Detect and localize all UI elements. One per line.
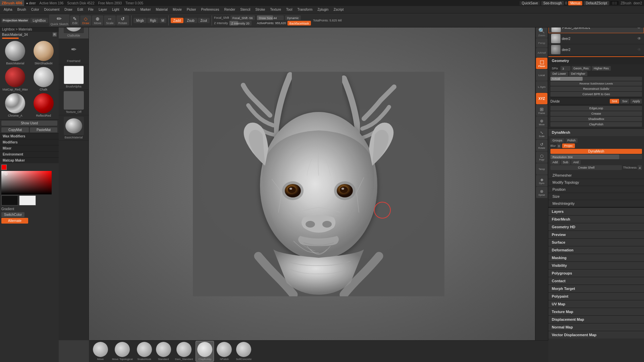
menu-movie[interactable]: Movie — [170, 7, 184, 12]
thickness-value[interactable]: 4 — [638, 165, 642, 170]
z-intensity-slider[interactable]: Z Intensity 20 — [229, 21, 252, 25]
quicksave-button[interactable]: QuickSave — [520, 1, 540, 5]
polypaint-section[interactable]: Polypaint — [548, 292, 644, 300]
brush-clay-buildup[interactable]: ClayBuildp — [196, 341, 214, 362]
rotate-tool-button[interactable]: ↺ Rotate — [116, 15, 129, 25]
polygroups-section[interactable]: Polygroups — [548, 269, 644, 277]
material-item-chrome[interactable]: Chrome_A — [1, 93, 29, 118]
brush-alpha[interactable]: BrushAlpha — [59, 64, 89, 90]
menu-preferences[interactable]: Preferences — [199, 7, 222, 12]
local-button[interactable]: Local — [536, 69, 547, 81]
uv-map-section[interactable]: UV Map — [548, 300, 644, 308]
brush-texture-off[interactable]: Texture_Off — [59, 90, 89, 115]
smt-button[interactable]: Smt — [610, 99, 619, 104]
modify-topology-section[interactable]: Modify Topology — [548, 179, 644, 186]
menu-draw[interactable]: Draw — [62, 7, 74, 12]
zremesher-section[interactable]: ZRemesher — [548, 172, 644, 179]
del-higher-button[interactable]: Del Higher — [569, 71, 588, 76]
dynmesh-button[interactable]: DynaMesh — [550, 149, 642, 154]
mrgb-button[interactable]: Mrgb — [133, 18, 147, 23]
normal-map-section[interactable]: Normal Map — [548, 323, 644, 331]
add-button[interactable]: Add — [550, 160, 560, 165]
copy-mat-button[interactable]: CopyMat — [1, 127, 29, 132]
xyz-button[interactable]: XYZ — [536, 93, 547, 104]
move-icon-button[interactable]: ⊕ Move — [536, 116, 547, 128]
modifiers-section[interactable]: Modifiers — [0, 139, 59, 145]
material-item-reflect[interactable]: ReflectRed — [30, 93, 58, 118]
alternate-button[interactable]: Alternate — [1, 218, 28, 224]
geometry-hd-section[interactable]: Geometry HD — [548, 223, 644, 231]
menu-file[interactable]: File — [86, 7, 96, 12]
color-swatch-black[interactable] — [1, 195, 18, 205]
menu-stroke[interactable]: Stroke — [253, 7, 267, 12]
edit-button[interactable]: ✎ Edit — [70, 15, 79, 25]
environment-section[interactable]: Environment — [0, 151, 59, 157]
claypolish-button[interactable]: ClayPolish — [550, 122, 642, 127]
menu-color[interactable]: Color — [29, 7, 42, 12]
zoom-button[interactable]: 🔍 Zoom — [536, 26, 547, 38]
layers-section[interactable]: Layers — [548, 207, 644, 215]
preview-section[interactable]: Preview — [548, 231, 644, 238]
fibermesh-section[interactable]: FiberMesh — [548, 215, 644, 223]
focal-shift-slider[interactable]: Focal_Shift -56 — [230, 15, 255, 20]
zadd-button[interactable]: Zadd — [171, 18, 184, 23]
menu-document[interactable]: Document — [42, 7, 62, 12]
contact-section[interactable]: Contact — [548, 277, 644, 285]
dyns-button[interactable]: ◈ Dyns — [536, 175, 547, 186]
menu-material[interactable]: Material — [154, 7, 170, 12]
brush-hpolish[interactable]: hPolish — [215, 341, 233, 361]
defaultscript-button[interactable]: DefaultZScript — [584, 1, 609, 5]
brush-basic-material[interactable]: BasicMaterial — [59, 115, 89, 141]
geom-res-button[interactable]: Geom_Res — [572, 66, 591, 71]
persp-button[interactable]: Persp — [536, 38, 547, 48]
subtool-row-deer1[interactable]: deer2 👁 — [548, 33, 644, 44]
backface-mask-button[interactable]: BackfaceMask — [287, 21, 311, 25]
menu-picker[interactable]: Picker — [184, 7, 199, 12]
menu-brush[interactable]: Brush — [15, 7, 29, 12]
position-section[interactable]: Position — [548, 186, 644, 193]
material-item-chalk[interactable]: Chalk — [30, 66, 58, 92]
displacement-map-section[interactable]: Displacement Map — [548, 315, 644, 323]
brush-move[interactable]: Move — [92, 341, 109, 361]
zsub-button[interactable]: Zsub — [184, 18, 197, 23]
menu-texture[interactable]: Texture — [268, 7, 283, 12]
resolution-slider[interactable]: Resolution 304 — [550, 155, 642, 159]
matcap-maker-section[interactable]: Matcap Maker — [0, 157, 59, 163]
color-swatch-white[interactable] — [19, 195, 36, 205]
menus-button[interactable]: Menus — [568, 1, 582, 5]
menu-alpha[interactable]: Alpha — [1, 7, 15, 12]
dynmesh-section-header[interactable]: DynaMesh — [548, 128, 644, 136]
groups-button[interactable]: Groups — [550, 138, 565, 143]
del-lower-button[interactable]: Del Lower — [550, 71, 568, 76]
create-shell-button[interactable]: Create Shell — [550, 165, 622, 170]
menu-render[interactable]: Render — [222, 7, 238, 12]
reverse-subdiv-button[interactable]: Reverse SubDivision Levels — [550, 81, 642, 86]
subtool-visibility-deer2[interactable]: 👁 — [637, 47, 641, 52]
menu-stencil[interactable]: Stencil — [238, 7, 253, 12]
subtool-row-deer2[interactable]: deer2 👁 — [548, 44, 644, 55]
draw-button[interactable]: ◇ Draw — [80, 15, 91, 25]
material-item-basic[interactable]: BasicMaterial — [1, 40, 29, 66]
quick-sketch-button[interactable]: ✏ Quick Sketch — [49, 14, 69, 26]
menu-edit[interactable]: Edit — [75, 7, 86, 12]
material-item-skinshadded[interactable]: SkinShaded4 — [30, 40, 58, 66]
color-square[interactable] — [1, 171, 52, 194]
brush-standard[interactable]: Standard — [155, 341, 172, 361]
viewport[interactable] — [89, 27, 548, 340]
lightbox-button[interactable]: LightBox — [30, 18, 49, 23]
switch-color-button[interactable]: SwitchColor — [1, 212, 24, 217]
m-button[interactable]: M — [159, 18, 166, 23]
wax-modifiers-section[interactable]: Wax Modifiers — [0, 133, 59, 139]
and-button[interactable]: And — [571, 160, 581, 165]
polyf-button[interactable]: ⬡ Polyf — [536, 152, 547, 163]
mixer-section[interactable]: Mixer — [0, 145, 59, 151]
move-tool-button[interactable]: ⊕ Move — [92, 15, 103, 25]
suv-button[interactable]: Suv — [620, 99, 630, 104]
paste-mat-button[interactable]: PasteMat — [30, 127, 57, 132]
reconstruct-subdiv-button[interactable]: Reconstruct Subdiv — [550, 86, 642, 91]
color-indicator[interactable] — [1, 165, 7, 170]
spix-value[interactable]: 3 — [560, 66, 571, 71]
apply-button[interactable]: Apply — [630, 99, 642, 104]
tansp-button[interactable]: Tansp — [536, 163, 547, 175]
texture-map-section[interactable]: Texture Map — [548, 308, 644, 315]
